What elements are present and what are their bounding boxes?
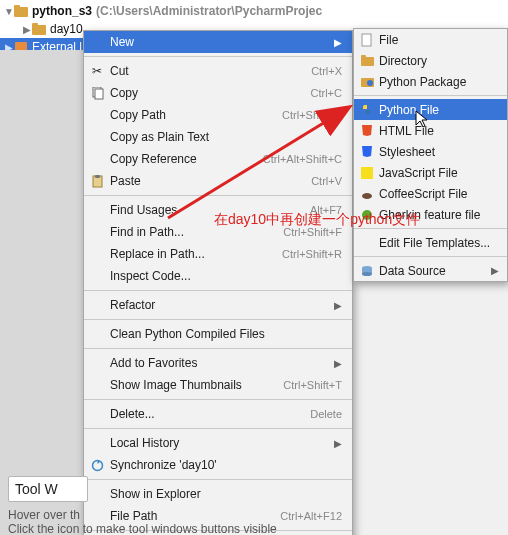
context-menu: New ▶ ✂ Cut Ctrl+X Copy Ctrl+C Copy Path… (83, 30, 353, 535)
paste-icon (88, 175, 106, 188)
menu-item-show-thumbnails[interactable]: Show Image Thumbnails Ctrl+Shift+T (84, 374, 352, 396)
submenu-arrow-icon: ▶ (334, 37, 342, 48)
menu-item-cut[interactable]: ✂ Cut Ctrl+X (84, 60, 352, 82)
menu-item-clean-python[interactable]: Clean Python Compiled Files (84, 323, 352, 345)
menu-item-find-in-path[interactable]: Find in Path... Ctrl+Shift+F (84, 221, 352, 243)
svg-rect-18 (361, 167, 373, 179)
submenu-item-javascript-file[interactable]: JavaScript File (354, 162, 507, 183)
submenu-item-file[interactable]: File (354, 29, 507, 50)
menu-separator (84, 319, 352, 320)
folder-icon (358, 55, 376, 67)
folder-label: day10 (50, 22, 83, 36)
sync-icon (88, 459, 106, 472)
css-icon (358, 145, 376, 158)
svg-point-17 (367, 80, 373, 86)
svg-rect-1 (14, 5, 20, 9)
svg-rect-8 (95, 175, 100, 178)
chevron-right-icon[interactable]: ▶ (22, 24, 32, 35)
submenu-arrow-icon: ▶ (491, 265, 499, 276)
menu-item-inspect-code[interactable]: Inspect Code... (84, 265, 352, 287)
python-package-icon (358, 76, 376, 88)
svg-point-20 (362, 210, 372, 220)
submenu-item-stylesheet[interactable]: Stylesheet (354, 141, 507, 162)
html-icon (358, 124, 376, 137)
menu-item-copy-reference[interactable]: Copy Reference Ctrl+Alt+Shift+C (84, 148, 352, 170)
svg-rect-13 (362, 34, 371, 46)
submenu-item-directory[interactable]: Directory (354, 50, 507, 71)
menu-item-copy-plain[interactable]: Copy as Plain Text (84, 126, 352, 148)
menu-item-copy-path[interactable]: Copy Path Ctrl+Shift+C (84, 104, 352, 126)
menu-item-local-history[interactable]: Local History ▶ (84, 432, 352, 454)
coffee-icon (358, 188, 376, 200)
js-icon (358, 167, 376, 179)
submenu-item-edit-templates[interactable]: Edit File Templates... (354, 232, 507, 253)
tool-window-hint-text: Hover over th Click the icon to make too… (8, 508, 277, 535)
submenu-item-python-package[interactable]: Python Package (354, 71, 507, 92)
project-path: (C:\Users\Administrator\PycharmProjec (96, 4, 322, 18)
folder-icon (32, 23, 46, 35)
svg-point-19 (362, 193, 372, 199)
menu-separator (84, 428, 352, 429)
submenu-item-coffeescript-file[interactable]: CoffeeScript File (354, 183, 507, 204)
gherkin-icon (358, 209, 376, 221)
panel-background (0, 50, 83, 535)
submenu-item-html-file[interactable]: HTML File (354, 120, 507, 141)
menu-separator (354, 256, 507, 257)
new-submenu: File Directory Python Package Python Fil… (353, 28, 508, 282)
menu-item-synchronize[interactable]: Synchronize 'day10' (84, 454, 352, 476)
menu-separator (84, 290, 352, 291)
database-icon (358, 265, 376, 277)
menu-separator (84, 348, 352, 349)
project-root-row[interactable]: ▼ python_s3 (C:\Users\Administrator\Pych… (0, 2, 508, 20)
menu-item-delete[interactable]: Delete... Delete (84, 403, 352, 425)
submenu-item-data-source[interactable]: Data Source ▶ (354, 260, 507, 281)
submenu-item-python-file[interactable]: Python File (354, 99, 507, 120)
chevron-down-icon[interactable]: ▼ (4, 6, 14, 17)
submenu-arrow-icon: ▶ (334, 358, 342, 369)
submenu-arrow-icon: ▶ (334, 300, 342, 311)
tool-window-title: Tool W (15, 481, 58, 497)
menu-separator (84, 399, 352, 400)
svg-rect-6 (95, 89, 103, 99)
menu-item-paste[interactable]: Paste Ctrl+V (84, 170, 352, 192)
python-file-icon (358, 103, 376, 116)
tool-windows-tooltip: Tool W (8, 476, 88, 502)
submenu-item-gherkin-feature[interactable]: Gherkin feature file (354, 204, 507, 225)
project-name: python_s3 (32, 4, 92, 18)
menu-item-refactor[interactable]: Refactor ▶ (84, 294, 352, 316)
file-icon (358, 33, 376, 47)
copy-icon (88, 87, 106, 100)
svg-point-23 (362, 272, 372, 276)
menu-item-find-usages[interactable]: Find Usages Alt+F7 (84, 199, 352, 221)
menu-separator (354, 95, 507, 96)
menu-item-replace-in-path[interactable]: Replace in Path... Ctrl+Shift+R (84, 243, 352, 265)
menu-item-add-favorites[interactable]: Add to Favorites ▶ (84, 352, 352, 374)
scissors-icon: ✂ (88, 64, 106, 78)
menu-item-new[interactable]: New ▶ (84, 31, 352, 53)
project-folder-icon (14, 5, 28, 17)
submenu-arrow-icon: ▶ (334, 438, 342, 449)
menu-separator (84, 195, 352, 196)
menu-separator (84, 479, 352, 480)
svg-rect-3 (32, 23, 38, 27)
menu-item-show-explorer[interactable]: Show in Explorer (84, 483, 352, 505)
menu-separator (354, 228, 507, 229)
menu-separator (84, 56, 352, 57)
menu-item-copy[interactable]: Copy Ctrl+C (84, 82, 352, 104)
svg-rect-15 (361, 55, 366, 59)
